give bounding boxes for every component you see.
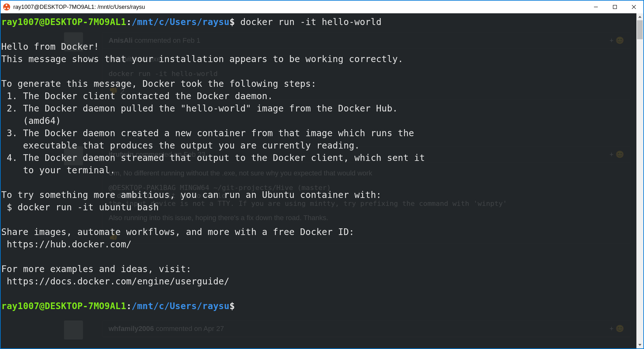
window-controls bbox=[586, 1, 643, 13]
prompt-dollar: $ bbox=[230, 301, 235, 311]
prompt-user-host: ray1007@DESKTOP-7MO9AL1 bbox=[1, 301, 126, 311]
prompt-colon: : bbox=[126, 301, 132, 311]
terminal-window: ray1007@DESKTOP-7MO9AL1: /mnt/c/Users/ra… bbox=[0, 0, 644, 349]
scroll-down-arrow[interactable] bbox=[636, 341, 643, 348]
command-output: Hello from Docker! This message shows th… bbox=[1, 41, 425, 287]
command-text: docker run -it hello-world bbox=[240, 17, 382, 27]
scroll-up-arrow[interactable] bbox=[636, 13, 643, 20]
terminal-container: AnisAli commented on Feb 1 + 😊 Run witho… bbox=[1, 13, 643, 348]
prompt-path: /mnt/c/Users/raysu bbox=[132, 301, 230, 311]
ubuntu-icon bbox=[3, 3, 10, 10]
svg-rect-1 bbox=[613, 5, 617, 9]
minimize-button[interactable] bbox=[586, 1, 605, 13]
scrollbar-thumb[interactable] bbox=[637, 20, 643, 39]
prompt-colon: : bbox=[126, 17, 132, 27]
vertical-scrollbar[interactable] bbox=[636, 13, 643, 348]
window-title: ray1007@DESKTOP-7MO9AL1: /mnt/c/Users/ra… bbox=[13, 4, 586, 10]
prompt-dollar: $ bbox=[230, 17, 235, 27]
maximize-button[interactable] bbox=[605, 1, 624, 13]
terminal-output[interactable]: ray1007@DESKTOP-7MO9AL1:/mnt/c/Users/ray… bbox=[1, 13, 636, 348]
close-button[interactable] bbox=[624, 1, 643, 13]
titlebar[interactable]: ray1007@DESKTOP-7MO9AL1: /mnt/c/Users/ra… bbox=[1, 1, 643, 13]
prompt-path: /mnt/c/Users/raysu bbox=[132, 17, 230, 27]
prompt-user-host: ray1007@DESKTOP-7MO9AL1 bbox=[1, 17, 126, 27]
